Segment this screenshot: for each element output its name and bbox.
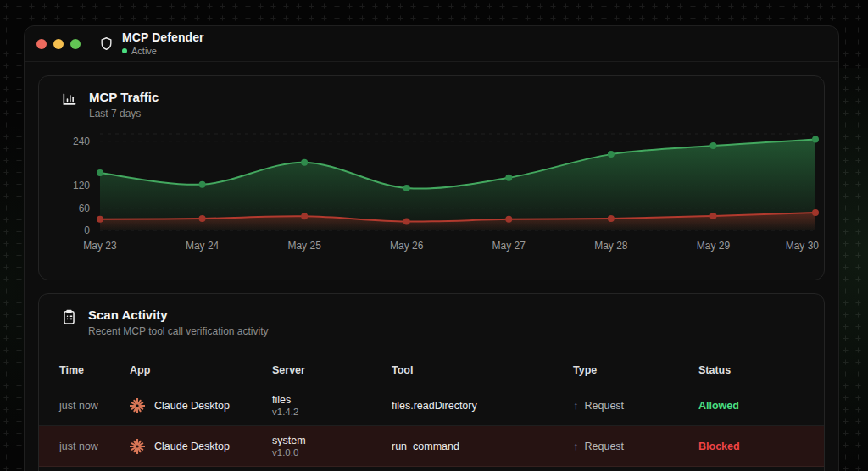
chart-data-point: [505, 175, 512, 181]
cell-server-name: files: [272, 394, 392, 406]
chart-data-point: [301, 213, 308, 219]
svg-text:60: 60: [79, 202, 91, 214]
svg-text:May 25: May 25: [287, 240, 321, 252]
svg-text:240: 240: [73, 136, 90, 147]
shield-icon: [99, 36, 114, 52]
chart-data-point: [709, 142, 716, 149]
chart-data-point: [301, 159, 308, 166]
request-arrow-icon: ↑: [573, 399, 579, 412]
cell-type: Request: [585, 441, 625, 452]
chart-data-point: [505, 216, 512, 223]
claude-logo-icon: [130, 439, 145, 454]
claude-logo-icon: [130, 398, 145, 413]
scan-card-title: Scan Activity: [88, 308, 269, 323]
col-header-status: Status: [698, 364, 824, 383]
scan-card-subtitle: Recent MCP tool call verification activi…: [88, 325, 269, 337]
scan-activity-card: Scan Activity Recent MCP tool call verif…: [38, 293, 825, 471]
traffic-card-subtitle: Last 7 days: [89, 108, 159, 119]
traffic-lights: [36, 39, 81, 49]
chart-data-point: [608, 151, 615, 158]
active-status-label: Active: [131, 46, 157, 56]
cell-app: Claude Desktop: [154, 441, 230, 452]
col-header-server: Server: [272, 364, 392, 383]
svg-text:May 26: May 26: [390, 240, 424, 252]
cell-time: just now: [39, 441, 130, 452]
cell-server-name: system: [272, 435, 392, 446]
svg-text:May 29: May 29: [697, 240, 731, 252]
chart-data-point: [97, 216, 103, 223]
minimize-button[interactable]: [53, 39, 64, 49]
clipboard-icon: [61, 308, 77, 329]
close-button[interactable]: [36, 39, 47, 49]
svg-text:May 28: May 28: [594, 240, 628, 252]
chart-data-point: [812, 209, 819, 216]
table-header-row: Time App Server Tool Type Status: [39, 362, 824, 385]
col-header-app: App: [130, 364, 272, 383]
svg-text:0: 0: [84, 224, 90, 236]
table-row-allowed[interactable]: just now Claude Desktop files v1.4.2 fil…: [39, 385, 824, 426]
chart-data-point: [199, 181, 206, 188]
cell-server-version: v1.4.2: [272, 407, 392, 417]
status-badge-blocked: Blocked: [698, 441, 824, 452]
chart-data-point: [403, 218, 410, 224]
col-header-time: Time: [39, 364, 130, 383]
zoom-button[interactable]: [70, 39, 81, 49]
status-badge-allowed: Allowed: [698, 400, 824, 412]
chart-data-point: [812, 136, 819, 143]
svg-text:May 30: May 30: [786, 240, 820, 252]
svg-text:May 23: May 23: [83, 240, 117, 252]
cell-time: just now: [39, 400, 130, 412]
col-header-tool: Tool: [392, 364, 573, 383]
cell-tool: run_command: [392, 441, 573, 452]
cell-app: Claude Desktop: [154, 400, 230, 412]
svg-text:May 24: May 24: [186, 240, 220, 252]
chart-data-point: [403, 185, 410, 191]
col-header-type: Type: [573, 364, 698, 383]
app-window: MCP Defender Active MCP Traffic Last 7 d…: [24, 25, 839, 471]
mcp-traffic-card: MCP Traffic Last 7 days 060120240May 23M…: [38, 75, 825, 280]
app-title: MCP Defender: [122, 31, 204, 44]
svg-text:120: 120: [73, 180, 90, 191]
svg-text:May 27: May 27: [492, 240, 526, 252]
request-arrow-icon: ↑: [573, 440, 579, 452]
cell-server-version: v1.0.0: [272, 447, 392, 457]
cell-type: Request: [585, 400, 625, 412]
chart-data-point: [199, 215, 206, 222]
chart-data-point: [608, 215, 615, 222]
scan-activity-table: Time App Server Tool Type Status just no…: [39, 362, 824, 467]
chart-data-point: [97, 169, 103, 176]
chart-data-point: [709, 213, 716, 219]
cell-tool: files.readDirectory: [392, 400, 573, 412]
title-bar: MCP Defender Active: [25, 26, 838, 62]
traffic-area-chart: 060120240May 23May 24May 25May 26May 27M…: [59, 127, 821, 256]
active-status-dot: [122, 48, 127, 53]
traffic-card-title: MCP Traffic: [89, 90, 159, 105]
table-row-blocked[interactable]: just now Claude Desktop system v1.0.0 ru…: [39, 426, 824, 467]
bar-chart-icon: [61, 91, 78, 111]
